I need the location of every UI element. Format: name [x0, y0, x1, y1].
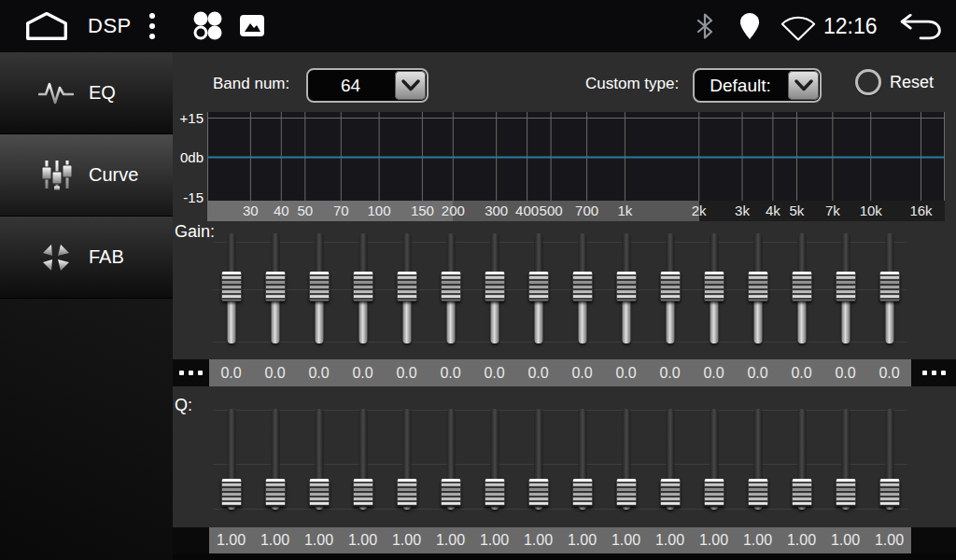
gain-more-right-button[interactable] [911, 359, 956, 386]
q-slider-thumb[interactable] [528, 479, 548, 507]
gain-slider-thumb[interactable] [221, 272, 241, 301]
q-slider[interactable] [867, 403, 911, 525]
freq-tick-label: 150 [411, 201, 434, 221]
q-slider[interactable] [385, 403, 429, 525]
gain-slider[interactable] [297, 228, 341, 349]
gain-more-left-button[interactable] [173, 359, 209, 386]
gain-slider-thumb[interactable] [660, 272, 680, 301]
gain-slider[interactable] [341, 228, 385, 349]
q-slider[interactable] [429, 403, 472, 525]
q-slider-thumb[interactable] [265, 479, 285, 507]
q-slider[interactable] [472, 403, 516, 525]
gain-slider[interactable] [692, 228, 736, 349]
gain-slider[interactable] [429, 228, 472, 349]
q-slider-thumb[interactable] [748, 479, 767, 507]
gain-slider-thumb[interactable] [441, 272, 460, 301]
gain-slider-thumb[interactable] [616, 272, 636, 301]
q-slider-thumb[interactable] [485, 479, 504, 507]
q-value-cell: 1.00 [341, 527, 385, 553]
sidebar-item-curve[interactable]: Curve [0, 134, 173, 217]
gain-slider[interactable] [209, 228, 253, 349]
q-slider-thumb[interactable] [309, 479, 329, 507]
gain-value-cell: 0.0 [736, 359, 780, 386]
q-slider[interactable] [692, 403, 736, 525]
gallery-icon[interactable] [239, 14, 265, 37]
back-icon[interactable] [898, 13, 943, 40]
q-slider[interactable] [297, 403, 341, 525]
band-num-dropdown[interactable]: 64 [306, 68, 429, 103]
freq-tick-label: 500 [540, 201, 563, 221]
q-slider-thumb[interactable] [353, 479, 373, 507]
gain-slider[interactable] [253, 228, 297, 349]
q-slider[interactable] [736, 403, 780, 525]
sidebar-item-fab[interactable]: FAB [0, 217, 173, 299]
gain-slider-thumb[interactable] [309, 272, 329, 301]
chevron-down-icon[interactable] [788, 71, 819, 100]
gain-slider[interactable] [560, 228, 604, 349]
gain-slider-thumb[interactable] [836, 272, 855, 301]
q-slider[interactable] [209, 403, 253, 525]
gain-slider-thumb[interactable] [792, 272, 811, 301]
gain-slider[interactable] [648, 228, 692, 349]
q-slider-thumb[interactable] [836, 479, 855, 507]
q-slider[interactable] [823, 403, 867, 525]
frequency-axis: 304050701001502003004005007001k2k3k4k5k7… [207, 201, 945, 221]
q-slider[interactable] [341, 403, 385, 525]
y-axis-label-zero: 0db [171, 149, 204, 165]
curve-plot[interactable] [207, 112, 945, 201]
gain-slider[interactable] [780, 228, 823, 349]
overflow-menu-icon[interactable] [148, 12, 157, 40]
gain-slider[interactable] [604, 228, 648, 349]
apps-icon[interactable] [190, 10, 224, 42]
gain-slider[interactable] [867, 228, 911, 349]
q-slider-thumb[interactable] [397, 479, 416, 507]
gain-slider[interactable] [736, 228, 780, 349]
gain-slider[interactable] [516, 228, 560, 349]
gain-slider[interactable] [472, 228, 516, 349]
gain-value-cell: 0.0 [297, 359, 341, 386]
gain-slider[interactable] [385, 228, 429, 349]
q-slider[interactable] [253, 403, 297, 525]
bluetooth-icon [695, 13, 715, 39]
freq-tick-label: 100 [368, 201, 391, 221]
home-icon[interactable] [24, 12, 69, 40]
q-slider-thumb[interactable] [616, 479, 636, 507]
chevron-down-icon[interactable] [395, 71, 426, 100]
q-value-cell: 1.00 [472, 527, 516, 553]
q-slider-thumb[interactable] [879, 479, 899, 507]
custom-type-value: Default: [695, 70, 786, 101]
gain-slider-thumb[interactable] [397, 272, 416, 301]
q-slider[interactable] [648, 403, 692, 525]
band-num-label: Band num: [213, 75, 289, 93]
q-slider[interactable] [604, 403, 648, 525]
gain-value-cell: 0.0 [253, 359, 297, 386]
gain-slider-thumb[interactable] [879, 272, 899, 301]
gain-slider-thumb[interactable] [572, 272, 592, 301]
gain-slider-thumb[interactable] [265, 272, 285, 301]
gain-value-row: 0.00.00.00.00.00.00.00.00.00.00.00.00.00… [209, 359, 911, 386]
q-slider-thumb[interactable] [441, 479, 460, 507]
gain-slider-thumb[interactable] [528, 272, 548, 301]
sidebar-item-eq[interactable]: EQ [0, 52, 173, 134]
q-slider-thumb[interactable] [792, 479, 811, 507]
gain-slider-thumb[interactable] [485, 272, 504, 301]
q-value-cell: 1.00 [209, 527, 253, 553]
gain-slider[interactable] [823, 228, 867, 349]
freq-tick-label: 1k [617, 201, 632, 221]
q-slider[interactable] [560, 403, 604, 525]
q-slider-thumb[interactable] [704, 479, 724, 507]
gain-slider-thumb[interactable] [704, 272, 724, 301]
q-slider-thumb[interactable] [660, 479, 680, 507]
gain-slider-thumb[interactable] [748, 272, 767, 301]
custom-type-dropdown[interactable]: Default: [693, 68, 822, 103]
q-slider-thumb[interactable] [572, 479, 592, 507]
q-slider[interactable] [780, 403, 823, 525]
freq-tick-label: 200 [442, 201, 465, 221]
q-slider[interactable] [516, 403, 560, 525]
status-bar: DSP 12:16 [0, 0, 956, 52]
gain-slider-thumb[interactable] [353, 272, 373, 301]
reset-button[interactable]: Reset [855, 69, 934, 95]
q-slider-thumb[interactable] [221, 479, 241, 507]
bottom-edge-bar [173, 553, 956, 560]
gain-value-cell: 0.0 [209, 359, 253, 386]
